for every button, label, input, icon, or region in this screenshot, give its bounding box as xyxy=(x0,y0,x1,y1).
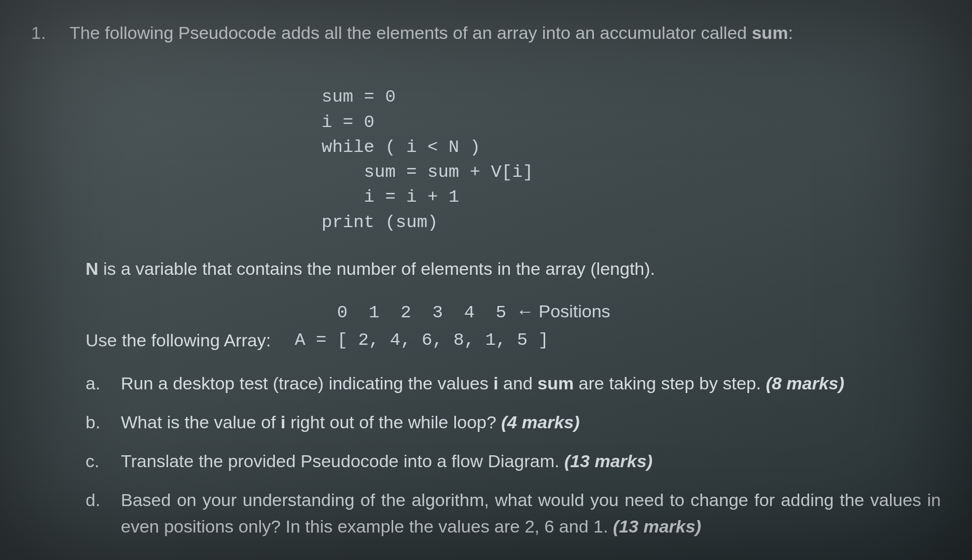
positions-digits: 0 1 2 3 4 5 xyxy=(337,303,506,323)
question-text: The following Pseudocode adds all the el… xyxy=(70,20,793,46)
sub-letter-c: c. xyxy=(86,448,107,474)
d-marks: (13 marks) xyxy=(613,516,701,536)
a-text-1: Run a desktop test (trace) indicating th… xyxy=(121,373,493,393)
intro-part2: : xyxy=(788,23,793,43)
n-description: N is a variable that contains the number… xyxy=(86,256,941,282)
b-text-1: What is the value of xyxy=(121,412,281,432)
d-text-1: Based on your understanding of the algor… xyxy=(121,490,941,536)
n-rest: is a variable that contains the number o… xyxy=(99,259,655,278)
sub-question-b: b. What is the value of i right out of t… xyxy=(86,409,941,436)
sub-question-a: a. Run a desktop test (trace) indicating… xyxy=(86,370,941,397)
code-line-3: while ( i < N ) xyxy=(322,137,480,157)
array-positions: 0 1 2 3 4 5 ← Positions xyxy=(295,303,610,323)
array-label: Use the following Array: xyxy=(31,327,271,354)
intro-bold-sum: sum xyxy=(752,23,788,43)
a-bold-i: i xyxy=(493,373,498,393)
code-line-4: sum = sum + V[i] xyxy=(322,162,533,182)
question-intro: 1. The following Pseudocode adds all the… xyxy=(31,20,941,46)
sub-question-d: d. Based on your understanding of the al… xyxy=(86,487,941,540)
a-text-3: are taking step by step. xyxy=(574,373,766,393)
code-line-2: i = 0 xyxy=(322,113,374,132)
a-bold-sum: sum xyxy=(537,373,574,393)
c-text-1: Translate the provided Pseudocode into a… xyxy=(121,451,564,471)
arrow-left-icon: ← xyxy=(506,301,534,321)
code-line-6: print (sum) xyxy=(322,213,438,232)
code-line-5: i = i + 1 xyxy=(322,187,459,207)
n-bold: N xyxy=(86,259,99,278)
array-block: 0 1 2 3 4 5 ← Positions A = [ 2, 4, 6, 8… xyxy=(295,298,610,354)
sub-letter-b: b. xyxy=(86,409,107,436)
code-line-1: sum = 0 xyxy=(322,87,396,107)
c-marks: (13 marks) xyxy=(564,451,652,471)
a-marks: (8 marks) xyxy=(766,373,844,393)
b-bold-i: i xyxy=(281,412,285,432)
positions-word: Positions xyxy=(534,301,610,321)
b-marks: (4 marks) xyxy=(501,412,579,432)
sub-letter-a: a. xyxy=(86,370,107,397)
intro-part1: The following Pseudocode adds all the el… xyxy=(70,23,752,43)
array-values: A = [ 2, 4, 6, 8, 1, 5 ] xyxy=(295,330,549,350)
question-number: 1. xyxy=(31,20,55,46)
sub-letter-d: d. xyxy=(86,487,107,513)
a-text-2: and xyxy=(498,373,538,393)
b-text-2: right out of the while loop? xyxy=(286,412,502,432)
sub-question-c: c. Translate the provided Pseudocode int… xyxy=(86,448,941,474)
pseudocode-block: sum = 0 i = 0 while ( i < N ) sum = sum … xyxy=(322,60,941,235)
